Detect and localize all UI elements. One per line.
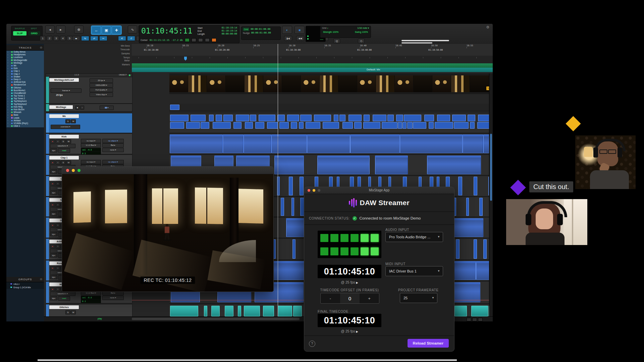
audio-clip[interactable] xyxy=(244,134,271,153)
midi-stab-clip[interactable] xyxy=(458,177,462,195)
solo-button[interactable]: S xyxy=(65,310,70,314)
video-frames-dropdown[interactable]: frames ▾ xyxy=(51,88,82,93)
track-show-dot[interactable] xyxy=(7,57,8,58)
midi-clip[interactable] xyxy=(435,122,453,129)
midi-clip[interactable] xyxy=(236,115,249,121)
midi-clip[interactable] xyxy=(306,122,320,129)
audio-clip[interactable] xyxy=(463,134,483,153)
dyn-button[interactable]: dyn xyxy=(50,148,57,153)
purple-diamond-marker[interactable] xyxy=(510,180,526,195)
midi-clip[interactable] xyxy=(277,115,285,121)
selector-tool-button[interactable]: ▣ xyxy=(102,26,111,34)
track-show-dot[interactable] xyxy=(7,90,8,91)
solo-button[interactable]: S xyxy=(61,139,66,143)
track-name[interactable]: Clap 1 xyxy=(14,70,20,72)
group-name[interactable]: <ALL> xyxy=(13,283,20,285)
video-quality-chip[interactable]: Full Quality ▾ xyxy=(90,88,113,92)
track-name-chip[interactable]: Glitches xyxy=(49,305,79,309)
midi-clip[interactable] xyxy=(396,115,403,121)
automation-mode-dropdown[interactable]: read xyxy=(58,296,70,301)
sidebar-track-item[interactable]: Top Tones 2 xyxy=(6,97,44,100)
sidebar-track-item[interactable]: Loudness xyxy=(6,56,44,59)
audio-clip[interactable] xyxy=(317,156,370,174)
glitch-clip[interactable] xyxy=(211,306,220,316)
midi-stab-clip[interactable] xyxy=(466,198,469,216)
glitch-clip[interactable] xyxy=(278,306,292,316)
toolbar-gear-icon[interactable]: ⚙ xyxy=(486,25,489,29)
midi-clip[interactable] xyxy=(201,122,209,129)
audio-clip[interactable] xyxy=(350,134,400,153)
midi-clip[interactable] xyxy=(223,115,233,121)
video-track2-header[interactable]: MixStage ■ ○ ▮▮ ▾ xyxy=(46,104,132,112)
midi-stab-clip[interactable] xyxy=(456,239,460,259)
bal-selector[interactable]: Bal ▸ xyxy=(102,143,124,147)
ruler-row-label[interactable]: Samples xyxy=(110,52,130,55)
quantize-diamond-button[interactable]: ◇ xyxy=(358,39,365,43)
sidebar-track-item[interactable]: VCAMix (Rey1) xyxy=(6,122,44,125)
audio-clip[interactable] xyxy=(427,156,481,174)
track-name[interactable]: TopTelephon1 xyxy=(14,100,27,103)
input-selector[interactable]: no input ▾ xyxy=(81,139,101,143)
track-view-dropdown[interactable]: overview ▾ xyxy=(51,125,80,129)
video-res-chip[interactable]: 644x362 ▾ xyxy=(90,83,113,87)
project-framerate-dropdown[interactable]: 25▼ xyxy=(400,293,437,303)
midi-stab-clip[interactable] xyxy=(291,198,294,216)
ruler-row-label[interactable]: Min:Secs xyxy=(110,45,130,47)
midi-clip[interactable] xyxy=(291,122,297,129)
timeline-ruler[interactable]: 10:1010:1510:2010:2510:3010:3510:4010:45… xyxy=(132,44,493,56)
warning-icon[interactable] xyxy=(212,38,216,42)
sidebar-track-item[interactable]: Artificial Kick xyxy=(6,81,44,83)
midi-stab-clip[interactable] xyxy=(281,198,284,216)
track-show-dot[interactable] xyxy=(7,109,8,110)
midi-clip[interactable] xyxy=(170,115,189,121)
record-enable-button[interactable]: ● xyxy=(50,244,55,248)
track-name[interactable]: TopTelephon2 xyxy=(14,103,27,106)
video-track2-name[interactable]: MixStage xyxy=(49,105,73,109)
track-show-dot[interactable] xyxy=(7,101,8,102)
stop-button[interactable]: ■ xyxy=(294,26,305,34)
dyn-button[interactable]: dyn xyxy=(50,170,57,174)
ruler-row-label[interactable]: Markers xyxy=(110,63,130,66)
input-monitor-button[interactable]: I xyxy=(55,223,60,227)
sidebar-track-item[interactable]: Shaker xyxy=(6,75,44,78)
sidebar-track-item[interactable]: Headphones xyxy=(6,53,44,56)
midi-clip[interactable] xyxy=(233,122,241,129)
track-show-dot[interactable] xyxy=(7,71,8,72)
input-monitor-button[interactable]: I xyxy=(55,182,60,186)
bottom-chip-1[interactable] xyxy=(467,318,471,321)
midi-clip[interactable] xyxy=(287,115,299,121)
midi-clip[interactable] xyxy=(209,115,214,121)
glitch-clip[interactable] xyxy=(471,306,488,316)
dyn-button[interactable]: dyn xyxy=(50,212,57,216)
midi-clip[interactable] xyxy=(259,115,275,121)
mute-button[interactable]: M xyxy=(71,310,76,314)
object-selector[interactable]: no object ▾ xyxy=(102,139,124,143)
track-show-dot[interactable] xyxy=(7,120,8,121)
dyn-button[interactable]: dyn xyxy=(50,253,57,257)
track-name[interactable]: Artificial Kick xyxy=(14,81,26,83)
midi-stab-clip[interactable] xyxy=(474,177,477,195)
track-name[interactable]: Mx xyxy=(14,64,16,67)
sidebar-track-item[interactable]: TopTelephon2 xyxy=(6,103,44,106)
end-value[interactable]: 01:10:19:14 xyxy=(222,29,237,33)
track-show-dot[interactable] xyxy=(7,96,8,97)
scrub-tool-button[interactable]: ∿ xyxy=(128,25,137,34)
zoom-preset-1[interactable]: 1 xyxy=(40,36,46,41)
tab-transient-button[interactable]: ◂▸ xyxy=(72,36,80,41)
midi-clip[interactable] xyxy=(382,122,397,129)
vt2-mini-button-1[interactable]: ■ xyxy=(75,106,79,110)
offset-increment-button[interactable]: + xyxy=(360,293,379,303)
group-item[interactable]: Group 1 (VCA Mix xyxy=(6,286,44,289)
sidebar-track-item[interactable]: Bass xyxy=(6,114,44,116)
video-player-window[interactable]: REC TC: 01:10:45:12 xyxy=(62,166,274,292)
glitch-clip[interactable] xyxy=(204,306,207,316)
sidebar-track-item[interactable]: MixStage xyxy=(6,62,44,64)
midi-stab-clip[interactable] xyxy=(289,177,293,195)
glitch-clip[interactable] xyxy=(293,306,302,316)
minimize-button[interactable] xyxy=(313,189,315,192)
track-show-dot[interactable] xyxy=(7,68,8,69)
sidebar-track-item[interactable]: Click 1 xyxy=(6,125,44,127)
strength-display[interactable]: Strength 100% xyxy=(322,31,339,33)
automation-mode-dropdown[interactable]: read xyxy=(58,148,70,153)
input-monitor-button[interactable]: I xyxy=(55,287,60,291)
